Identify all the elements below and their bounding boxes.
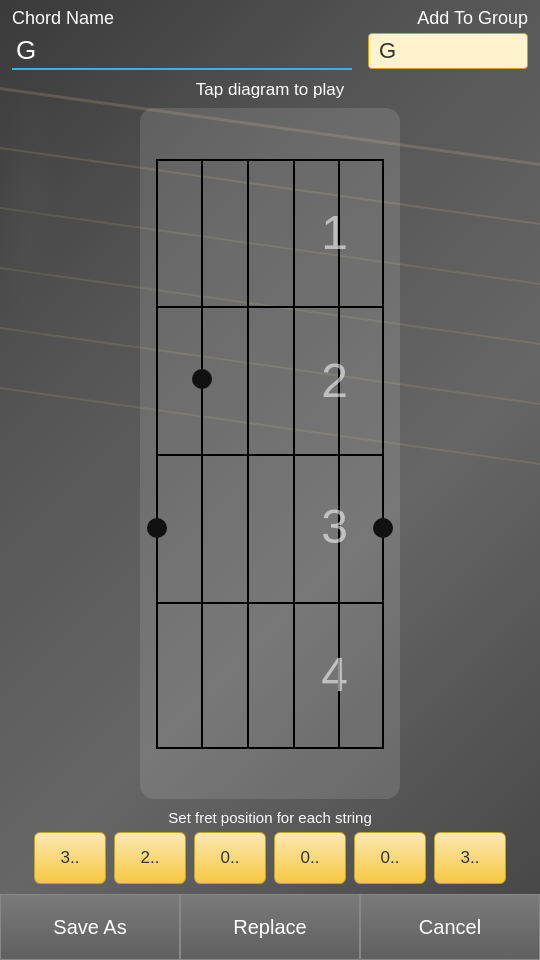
chord-name-label: Chord Name: [12, 8, 352, 29]
action-buttons: Save As Replace Cancel: [0, 894, 540, 960]
tap-instruction: Tap diagram to play: [0, 80, 540, 100]
fret-btn-3[interactable]: 0..: [194, 832, 266, 884]
fret-label-4: 4: [321, 647, 348, 702]
fret-line-4: [156, 747, 384, 749]
fret-btn-2[interactable]: 2..: [114, 832, 186, 884]
diagram-container[interactable]: 1 2 3 4: [140, 108, 400, 799]
header: Chord Name Add To Group: [0, 0, 540, 74]
add-to-group-input[interactable]: [368, 33, 528, 69]
chord-name-section: Chord Name: [12, 8, 352, 70]
fret-label-3: 3: [321, 499, 348, 554]
fret-buttons: 3.. 2.. 0.. 0.. 0.. 3..: [0, 832, 540, 884]
fret-label-2: 2: [321, 353, 348, 408]
fret-btn-6[interactable]: 3..: [434, 832, 506, 884]
chord-diagram[interactable]: 1 2 3 4: [156, 159, 384, 749]
save-as-button[interactable]: Save As: [0, 894, 180, 960]
add-to-group-section: Add To Group: [368, 8, 528, 69]
dot-string6-fret3: [373, 518, 393, 538]
replace-button[interactable]: Replace: [180, 894, 360, 960]
fret-line-2: [156, 454, 384, 456]
fret-btn-1[interactable]: 3..: [34, 832, 106, 884]
fret-line-3: [156, 602, 384, 604]
chord-name-input[interactable]: [12, 33, 352, 70]
add-to-group-label: Add To Group: [417, 8, 528, 29]
fret-line-0: [156, 159, 384, 161]
fret-position-label: Set fret position for each string: [0, 809, 540, 826]
dot-string2-fret2: [192, 369, 212, 389]
fret-btn-4[interactable]: 0..: [274, 832, 346, 884]
dot-string1-fret3: [147, 518, 167, 538]
fret-label-1: 1: [321, 205, 348, 260]
cancel-button[interactable]: Cancel: [360, 894, 540, 960]
diagram-wrapper: 1 2 3 4: [0, 108, 540, 799]
fret-btn-5[interactable]: 0..: [354, 832, 426, 884]
fret-line-1: [156, 306, 384, 308]
